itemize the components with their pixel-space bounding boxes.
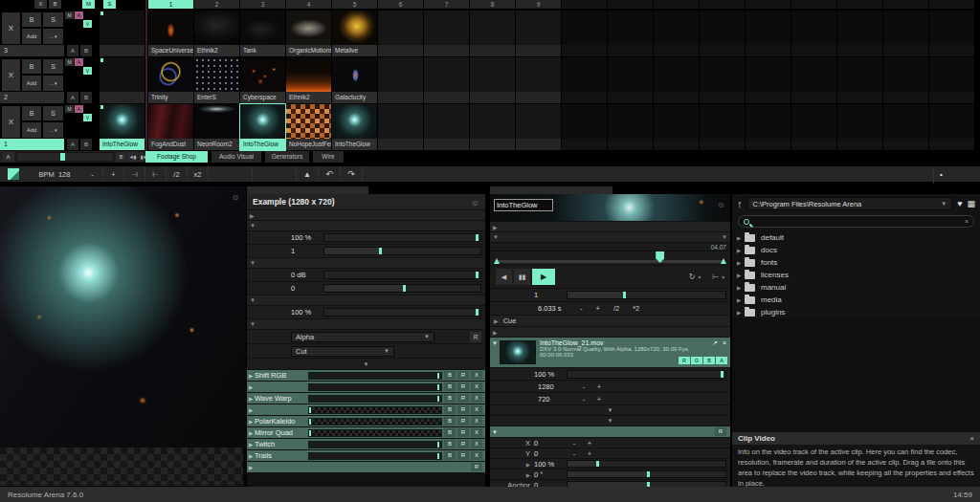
- column-header-4[interactable]: 4: [286, 0, 331, 9]
- composition-s-button[interactable]: S: [103, 0, 116, 9]
- clip-speed-value[interactable]: 1: [534, 291, 567, 299]
- layer-solo-button[interactable]: S: [43, 12, 63, 27]
- layer-clear-button[interactable]: X: [2, 106, 20, 138]
- x-minus-button[interactable]: -: [567, 439, 582, 447]
- effect-opacity-slider[interactable]: [308, 452, 442, 460]
- layer-add-dropdown[interactable]: Add: [22, 76, 41, 91]
- loop-dropdown-arrow[interactable]: ▾: [699, 274, 702, 280]
- effect-row-trails[interactable]: ▶TrailsBRX: [247, 450, 485, 461]
- timeline-in-marker[interactable]: [494, 258, 500, 264]
- effect-r-button[interactable]: R: [457, 451, 469, 460]
- folder-expand-arrow[interactable]: ▶: [737, 285, 745, 291]
- layer-add-dropdown[interactable]: Add: [22, 122, 41, 138]
- scale-slider[interactable]: [567, 460, 726, 468]
- beat-snap-dropdown-arrow[interactable]: ▾: [722, 274, 724, 280]
- duration-plus-button[interactable]: +: [596, 304, 600, 313]
- effect-opacity-slider[interactable]: [308, 406, 442, 414]
- transform-reset-button[interactable]: R: [715, 427, 726, 436]
- layer-ab-b[interactable]: B: [80, 45, 92, 56]
- clip-dropdown-row-1[interactable]: ▼: [490, 405, 730, 415]
- crossfader-handle[interactable]: [60, 153, 65, 161]
- clip-duration-value[interactable]: 6.033 s: [538, 304, 570, 313]
- channel-g-toggle[interactable]: G: [691, 357, 702, 364]
- layer-bypass-button[interactable]: B: [22, 12, 41, 27]
- effect-b-button[interactable]: B: [444, 394, 456, 403]
- section-toggle[interactable]: ▶: [247, 210, 485, 220]
- effect-b-button[interactable]: B: [444, 451, 456, 460]
- channel-a-toggle[interactable]: A: [716, 357, 727, 364]
- clip-cell-empty[interactable]: [516, 11, 561, 56]
- effects-footer-reset-button[interactable]: R: [471, 463, 482, 471]
- path-dropdown-arrow[interactable]: ▼: [941, 201, 947, 207]
- clip-tab[interactable]: [490, 186, 612, 194]
- clip-cell[interactable]: Tank: [240, 11, 285, 56]
- layer-active-clip-slot[interactable]: [100, 104, 145, 139]
- crossfader-track[interactable]: [16, 152, 114, 162]
- layer-more-dropdown[interactable]: ... ▾: [43, 122, 63, 138]
- composition-gear-icon[interactable]: ☼: [471, 197, 479, 207]
- effect-r-button[interactable]: R: [457, 405, 469, 414]
- effect-b-button[interactable]: B: [444, 417, 456, 426]
- param-slider[interactable]: [323, 233, 481, 242]
- section-toggle[interactable]: ▼: [247, 295, 485, 305]
- transform-section-header[interactable]: ▼ R: [490, 426, 730, 437]
- clip-cell[interactable]: Ethnik2: [286, 57, 331, 103]
- up-directory-button[interactable]: ↑: [737, 198, 743, 209]
- column-header-7[interactable]: 7: [424, 0, 469, 9]
- clip-cell-empty[interactable]: [516, 104, 561, 150]
- duration-minus-button[interactable]: -: [580, 304, 583, 313]
- composition-color-swatch[interactable]: [8, 168, 19, 180]
- param-value[interactable]: 0: [291, 284, 323, 293]
- clip-cell-empty[interactable]: [424, 57, 469, 103]
- column-header-9[interactable]: 9: [516, 0, 561, 9]
- layer-v-button[interactable]: V: [83, 114, 92, 121]
- channel-r-toggle[interactable]: R: [679, 357, 690, 364]
- clip-cell-empty[interactable]: [424, 104, 469, 150]
- effect-x-button[interactable]: X: [471, 417, 482, 426]
- timeline-out-marker[interactable]: [721, 258, 726, 264]
- layer-a-button[interactable]: A: [75, 58, 83, 66]
- effect-opacity-slider[interactable]: [308, 441, 442, 448]
- column-header-2[interactable]: 2: [194, 0, 239, 9]
- effect-row-polarkaleido[interactable]: ▶PolarKaleidoBRX: [247, 416, 485, 426]
- tab-footage-shop[interactable]: Footage Shop: [145, 151, 208, 163]
- effect-b-button[interactable]: B: [444, 405, 456, 414]
- clip-cell[interactable]: Cyberspace: [240, 57, 285, 103]
- layer-number[interactable]: 1: [0, 139, 64, 150]
- clip-cell-empty[interactable]: [470, 104, 515, 150]
- layer-master-button[interactable]: M: [65, 58, 74, 66]
- layer-ab-b[interactable]: B: [80, 139, 92, 150]
- clip-timeline[interactable]: [490, 251, 730, 265]
- column-header-1[interactable]: 1: [148, 0, 193, 9]
- file-close-icon[interactable]: ×: [723, 339, 726, 347]
- layer-clear-button[interactable]: X: [2, 12, 20, 44]
- folder-expand-arrow[interactable]: ▶: [737, 310, 745, 316]
- clip-cell[interactable]: EnterS: [194, 57, 239, 103]
- effect-r-button[interactable]: R: [457, 382, 469, 391]
- y-plus-button[interactable]: +: [582, 449, 597, 458]
- clip-cell[interactable]: Trinity: [148, 57, 193, 103]
- channel-b-toggle[interactable]: B: [703, 357, 715, 364]
- composition-tab[interactable]: [247, 186, 368, 194]
- duration-double-button[interactable]: *2: [633, 304, 639, 313]
- param-slider[interactable]: [323, 284, 481, 293]
- layer-active-clip-slot[interactable]: [100, 11, 145, 45]
- layer-v-button[interactable]: V: [83, 67, 92, 75]
- section-toggle[interactable]: ▼: [247, 319, 485, 329]
- bpm-plus-button[interactable]: +: [103, 166, 124, 182]
- clip-cell[interactable]: NoHopeJustFear: [286, 104, 331, 150]
- clip-opacity-slider[interactable]: [567, 370, 726, 379]
- rotation-slider[interactable]: [567, 470, 726, 478]
- param-slider[interactable]: [323, 308, 481, 316]
- play-backwards-button[interactable]: ◀: [496, 269, 512, 285]
- position-x-value[interactable]: 0: [534, 439, 567, 447]
- search-input[interactable]: ×: [738, 215, 974, 228]
- folder-row-plugins[interactable]: ▶plugins: [732, 306, 980, 318]
- mini-dropdown-row[interactable]: ▼: [247, 359, 485, 369]
- effect-r-button[interactable]: R: [457, 428, 469, 437]
- effect-r-button[interactable]: R: [457, 394, 469, 403]
- layer-ab-a[interactable]: A: [67, 45, 78, 56]
- clip-cell[interactable]: NeonRoom2: [194, 104, 239, 150]
- effect-x-button[interactable]: X: [471, 382, 482, 391]
- clip-cell-empty[interactable]: [470, 57, 515, 103]
